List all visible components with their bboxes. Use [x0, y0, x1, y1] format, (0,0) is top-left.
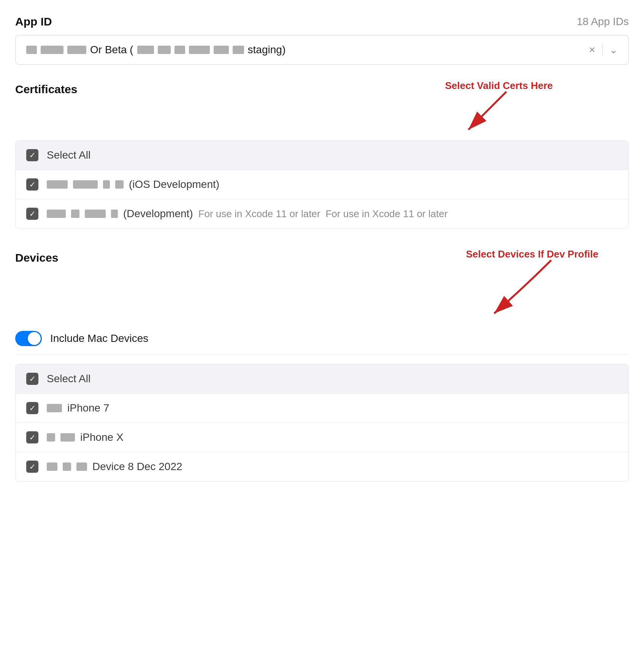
- devices-select-all-checkbox[interactable]: ✓: [26, 373, 38, 385]
- device-checkbox-1[interactable]: ✓: [26, 402, 38, 414]
- dropdown-divider: [602, 44, 603, 56]
- devices-section: Devices Select Devices If Dev Profile In…: [15, 251, 629, 481]
- redacted-block: [214, 46, 229, 54]
- device-checkbox-3[interactable]: ✓: [26, 461, 38, 473]
- certs-select-all-row[interactable]: ✓ Select All: [16, 141, 628, 170]
- redacted-block: [85, 210, 106, 218]
- dropdown-text-or-beta: Or Beta (: [90, 44, 133, 56]
- cert-checkbox-1[interactable]: ✓: [26, 178, 38, 191]
- device-label-3: Device 8 Dec 2022: [47, 461, 182, 473]
- cert-row-1[interactable]: ✓ (iOS Development): [16, 170, 628, 199]
- app-id-header: App ID 18 App IDs: [15, 15, 629, 28]
- redacted-block: [41, 46, 63, 54]
- redacted-block: [115, 180, 124, 189]
- device-label-1: iPhone 7: [47, 402, 109, 414]
- dropdown-clear-button[interactable]: ×: [589, 44, 595, 56]
- dropdown-value-display: Or Beta ( staging): [26, 44, 589, 56]
- certificates-list: ✓ Select All ✓ (iOS Development) ✓: [15, 140, 629, 229]
- cert-label-2: (Development) For use in Xcode 11 or lat…: [47, 208, 447, 220]
- redacted-block: [47, 180, 68, 189]
- devices-select-all-row[interactable]: ✓ Select All: [16, 364, 628, 394]
- certificates-section: Certificates Select Valid Certs Here ✓ S…: [15, 83, 629, 229]
- redacted-block: [47, 404, 62, 412]
- redacted-block: [76, 462, 87, 471]
- redacted-block: [158, 46, 171, 54]
- redacted-block: [26, 46, 37, 54]
- app-id-count: 18 App IDs: [577, 16, 629, 28]
- dropdown-text-staging: staging): [248, 44, 286, 56]
- dropdown-chevron-icon[interactable]: ⌄: [609, 44, 618, 56]
- devices-select-all-label: Select All: [47, 373, 90, 385]
- device-checkbox-2[interactable]: ✓: [26, 431, 38, 443]
- devices-arrow-svg: [475, 256, 559, 317]
- redacted-block: [63, 462, 71, 471]
- device-label-2: iPhone X: [47, 431, 124, 443]
- app-id-dropdown[interactable]: Or Beta ( staging) × ⌄: [15, 35, 629, 65]
- device-row-2[interactable]: ✓ iPhone X: [16, 423, 628, 452]
- dropdown-actions: × ⌄: [589, 44, 618, 56]
- certificates-title: Certificates: [15, 83, 77, 96]
- redacted-block: [111, 210, 118, 218]
- include-mac-toggle-row[interactable]: Include Mac Devices: [15, 323, 629, 355]
- redacted-block: [233, 46, 244, 54]
- redacted-block: [60, 433, 75, 442]
- certs-arrow-svg: [457, 88, 518, 133]
- redacted-block: [174, 46, 185, 54]
- devices-title: Devices: [15, 251, 58, 264]
- cert-checkbox-2[interactable]: ✓: [26, 208, 38, 220]
- device-row-1[interactable]: ✓ iPhone 7: [16, 394, 628, 423]
- certs-select-all-label: Select All: [47, 149, 90, 161]
- cert-row-2[interactable]: ✓ (Development) For use in Xcode 11 or l…: [16, 199, 628, 228]
- redacted-block: [47, 433, 55, 442]
- redacted-block: [137, 46, 154, 54]
- redacted-block: [189, 46, 210, 54]
- include-mac-label: Include Mac Devices: [50, 332, 148, 345]
- app-id-label: App ID: [15, 15, 52, 28]
- include-mac-toggle[interactable]: [15, 331, 42, 346]
- redacted-block: [103, 180, 110, 189]
- redacted-block: [67, 46, 86, 54]
- redacted-block: [47, 462, 57, 471]
- certs-select-all-checkbox[interactable]: ✓: [26, 149, 38, 161]
- redacted-block: [71, 210, 79, 218]
- devices-list: ✓ Select All ✓ iPhone 7 ✓ iPhone X: [15, 364, 629, 481]
- redacted-block: [47, 210, 66, 218]
- toggle-knob: [28, 332, 41, 345]
- cert-label-1: (iOS Development): [47, 178, 219, 191]
- redacted-block: [73, 180, 98, 189]
- device-row-3[interactable]: ✓ Device 8 Dec 2022: [16, 452, 628, 481]
